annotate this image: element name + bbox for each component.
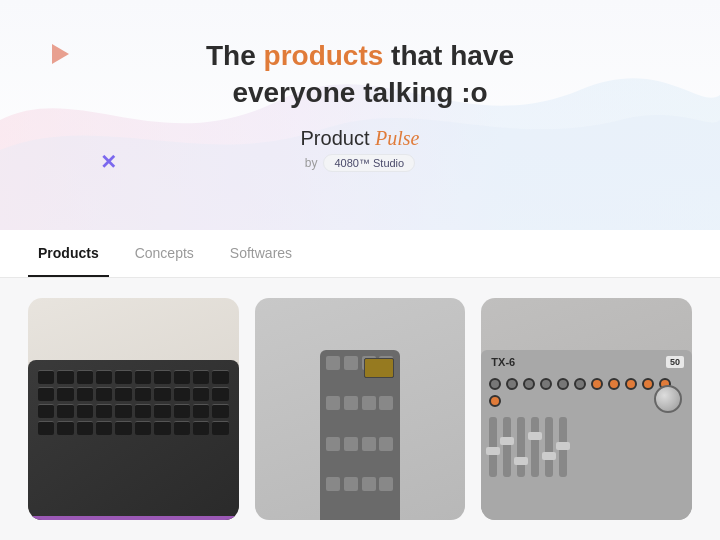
hero-heading-highlight: products (264, 40, 384, 71)
synth-button (344, 477, 358, 491)
key (77, 404, 93, 418)
synth-button (326, 477, 340, 491)
mixer-knob (540, 378, 552, 390)
product-card-keyboard[interactable] (28, 298, 239, 520)
key (115, 421, 131, 435)
key (57, 370, 73, 384)
key (57, 421, 73, 435)
product-card-synth[interactable] (255, 298, 466, 520)
key (57, 404, 73, 418)
mixer-knob (523, 378, 535, 390)
synth-button (326, 356, 340, 370)
key (38, 421, 54, 435)
fader-handle (556, 442, 570, 450)
synth-button (326, 396, 340, 410)
fader-handle (486, 447, 500, 455)
mixer-fader (559, 417, 567, 477)
synth-button (344, 396, 358, 410)
mixer-knob (506, 378, 518, 390)
synth-button (344, 356, 358, 370)
product-pulse-prefix: Product (301, 127, 375, 149)
synth-button (379, 477, 393, 491)
mixer-knob (489, 378, 501, 390)
key (174, 421, 190, 435)
mixer-knob (557, 378, 569, 390)
mixer-knob-orange (608, 378, 620, 390)
mixer-number: 50 (666, 356, 684, 368)
key (154, 421, 170, 435)
keyboard-image (28, 360, 239, 520)
fader-handle (500, 437, 514, 445)
mixer-knob-orange (625, 378, 637, 390)
key (174, 404, 190, 418)
mixer-main-knob (654, 385, 682, 413)
key (212, 421, 228, 435)
synth-button (379, 437, 393, 451)
mixer-fader (503, 417, 511, 477)
mixer-faders-row (489, 417, 684, 477)
key (38, 370, 54, 384)
decorative-cross: ✕ (100, 150, 117, 174)
synth-button (362, 396, 376, 410)
key (193, 370, 209, 384)
hero-heading-part2: that have (383, 40, 514, 71)
synth-button (326, 437, 340, 451)
key (57, 387, 73, 401)
synth-button (344, 437, 358, 451)
key (193, 421, 209, 435)
key (96, 421, 112, 435)
synth-screen-display (365, 359, 393, 377)
keyboard-visual (28, 298, 239, 520)
products-section: TX-6 50 (0, 278, 720, 540)
key (96, 404, 112, 418)
key (135, 421, 151, 435)
tab-softwares[interactable]: Softwares (220, 231, 302, 277)
key (154, 387, 170, 401)
keyboard-keys (38, 370, 229, 435)
hero-heading: The products that have everyone talking … (206, 38, 514, 111)
key (154, 404, 170, 418)
mixer-fader (545, 417, 553, 477)
mixer-knob-orange (489, 395, 501, 407)
key (212, 404, 228, 418)
product-pulse-title: Product Pulse (301, 127, 420, 150)
key (174, 387, 190, 401)
product-pulse-italic: Pulse (375, 127, 419, 149)
tabs-bar: Products Concepts Softwares (0, 230, 720, 278)
synth-button (362, 477, 376, 491)
synth-button (362, 437, 376, 451)
by-label: by (305, 156, 318, 170)
key (77, 421, 93, 435)
keyboard-accent-bar (28, 516, 239, 520)
synth-visual (320, 350, 400, 520)
key (115, 387, 131, 401)
product-pulse-container: Product Pulse by 4080™ Studio (206, 127, 514, 172)
key (174, 370, 190, 384)
key (154, 370, 170, 384)
hero-content: The products that have everyone talking … (206, 38, 514, 172)
product-card-mixer[interactable]: TX-6 50 (481, 298, 692, 520)
key (77, 387, 93, 401)
mixer-fader (489, 417, 497, 477)
product-pulse-by: by 4080™ Studio (305, 154, 415, 172)
studio-badge[interactable]: 4080™ Studio (323, 154, 415, 172)
hero-heading-line2: everyone talking :o (232, 77, 487, 108)
key (212, 387, 228, 401)
key (96, 370, 112, 384)
key (115, 404, 131, 418)
key (38, 387, 54, 401)
tab-products[interactable]: Products (28, 231, 109, 277)
synth-button (379, 396, 393, 410)
decorative-triangle (52, 44, 69, 64)
key (193, 404, 209, 418)
fader-handle (514, 457, 528, 465)
fader-handle (542, 452, 556, 460)
key (135, 370, 151, 384)
mixer-knob-orange (591, 378, 603, 390)
mixer-fader (517, 417, 525, 477)
mixer-knob-orange (642, 378, 654, 390)
key (115, 370, 131, 384)
key (96, 387, 112, 401)
tab-concepts[interactable]: Concepts (125, 231, 204, 277)
mixer-label: TX-6 (491, 356, 515, 368)
